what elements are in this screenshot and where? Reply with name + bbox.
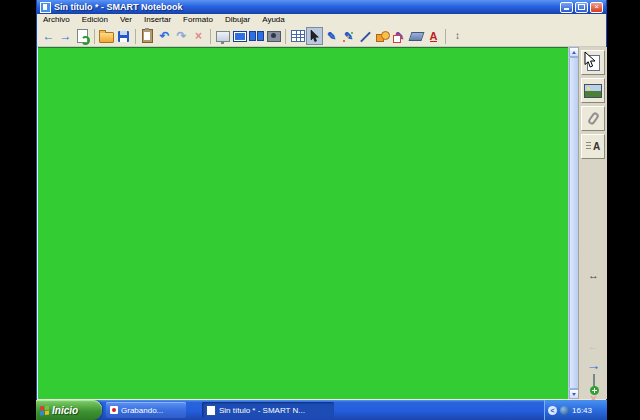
system-tray: < 16:43: [544, 400, 607, 420]
shapes-tool-button[interactable]: [374, 27, 391, 45]
close-button[interactable]: ×: [590, 2, 603, 13]
start-label: Inicio: [52, 405, 78, 416]
scroll-down-icon: [572, 393, 576, 396]
start-button[interactable]: Inicio: [36, 400, 102, 420]
taskbar-item-smart-notebook[interactable]: Sin título * - SMART N...: [202, 402, 334, 418]
pen-icon: ✎: [327, 31, 336, 42]
restore-button[interactable]: [575, 2, 588, 13]
back-button[interactable]: ←: [40, 27, 57, 45]
table-icon: [291, 30, 305, 42]
dual-display-icon: [249, 31, 264, 41]
taskbar-item-label: Sin título * - SMART N...: [219, 406, 305, 415]
add-page-button[interactable]: [579, 375, 608, 393]
select-cursor-icon: [310, 30, 319, 43]
menu-dibujar[interactable]: Dibujar: [219, 14, 256, 26]
menu-formato[interactable]: Formato: [177, 14, 219, 26]
taskbar-item-label: Grabando...: [121, 406, 163, 415]
save-button[interactable]: [115, 27, 132, 45]
open-folder-icon: [99, 32, 114, 43]
menu-ver[interactable]: Ver: [114, 14, 138, 26]
taskbar-item-grabando[interactable]: Grabando...: [106, 402, 186, 418]
magic-pen-icon: ✎: [395, 31, 404, 42]
forward-icon: →: [60, 30, 72, 42]
table-button[interactable]: [289, 27, 306, 45]
new-page-icon: [77, 29, 88, 43]
redo-icon: ↷: [176, 30, 186, 42]
window-title: Sin título * - SMART Notebook: [54, 2, 560, 12]
toolbar-separator: [445, 29, 446, 44]
hide-icons-chevron[interactable]: <: [548, 406, 557, 415]
toolbar-separator: [285, 29, 286, 44]
vertical-scrollbar[interactable]: [568, 47, 578, 399]
tray-app-icon[interactable]: [560, 406, 569, 415]
screen-capture-icon: [267, 31, 281, 42]
undo-icon: ↶: [159, 30, 169, 42]
recorder-icon: [110, 406, 118, 414]
new-page-button[interactable]: [74, 27, 91, 45]
side-tab-bar: A ↔ ← → ×: [578, 47, 607, 399]
gallery-icon: [584, 84, 602, 98]
menu-edicion[interactable]: Edición: [76, 14, 114, 26]
menubar: Archivo Edición Ver Insertar Formato Dib…: [37, 14, 606, 26]
scroll-up-icon: [572, 51, 576, 54]
add-page-icon: [593, 374, 595, 393]
smart-notebook-window: Sin título * - SMART Notebook × Archivo …: [36, 0, 607, 400]
fullscreen-button[interactable]: [231, 27, 248, 45]
minimize-icon: [564, 8, 569, 10]
back-icon: ←: [43, 30, 55, 42]
tab-gallery[interactable]: [581, 78, 605, 103]
screen-shade-button[interactable]: [214, 27, 231, 45]
forward-button[interactable]: →: [57, 27, 74, 45]
paste-icon: [142, 29, 153, 43]
minimize-button[interactable]: [560, 2, 573, 13]
open-button[interactable]: [98, 27, 115, 45]
screen-shade-icon: [216, 31, 230, 42]
tray-clock[interactable]: 16:43: [572, 406, 592, 415]
creative-pen-button[interactable]: ✎: [340, 27, 357, 45]
properties-icon: A: [586, 142, 600, 152]
move-toolbar-icon: ↕: [455, 31, 460, 41]
move-tabs-button[interactable]: ↔: [579, 269, 608, 281]
menu-insertar[interactable]: Insertar: [138, 14, 177, 26]
taskbar: Inicio Grabando... Sin título * - SMART …: [36, 400, 607, 420]
app-icon: [40, 2, 51, 13]
line-tool-button[interactable]: [357, 27, 374, 45]
text-tool-button[interactable]: A: [425, 27, 442, 45]
delete-icon: ×: [195, 30, 202, 42]
paste-button[interactable]: [139, 27, 156, 45]
toolbar-separator: [135, 29, 136, 44]
pen-tool-button[interactable]: ✎: [323, 27, 340, 45]
eraser-icon: [409, 32, 425, 41]
tab-properties[interactable]: A: [581, 134, 605, 159]
previous-page-button[interactable]: ←: [579, 339, 608, 353]
restore-icon: [578, 4, 585, 10]
menu-archivo[interactable]: Archivo: [37, 14, 76, 26]
tab-attachments[interactable]: [581, 106, 605, 131]
notebook-icon: [206, 405, 216, 416]
magic-pen-button[interactable]: ✎: [391, 27, 408, 45]
redo-button[interactable]: ↷: [173, 27, 190, 45]
window-controls: ×: [560, 2, 603, 13]
screen: Sin título * - SMART Notebook × Archivo …: [0, 0, 640, 420]
menu-ayuda[interactable]: Ayuda: [256, 14, 291, 26]
mouse-cursor: [584, 51, 597, 69]
toolbar-separator: [210, 29, 211, 44]
delete-button[interactable]: ×: [190, 27, 207, 45]
creative-pen-icon: ✎: [344, 31, 353, 42]
save-icon: [118, 31, 129, 42]
shapes-icon: [376, 31, 390, 42]
toolbar: ← → ↶ ↷ × ✎ ✎ ✎ A: [37, 26, 606, 47]
notebook-canvas[interactable]: [38, 47, 568, 399]
text-tool-icon: A: [430, 31, 438, 42]
undo-button[interactable]: ↶: [156, 27, 173, 45]
eraser-tool-button[interactable]: [408, 27, 425, 45]
move-toolbar-button[interactable]: ↕: [449, 27, 466, 45]
next-page-button[interactable]: →: [579, 357, 608, 373]
titlebar: Sin título * - SMART Notebook ×: [37, 0, 606, 14]
fullscreen-icon: [233, 31, 247, 42]
select-tool-button[interactable]: [306, 27, 323, 45]
paperclip-icon: [586, 111, 599, 126]
dual-display-button[interactable]: [248, 27, 265, 45]
windows-flag-icon: [40, 405, 49, 415]
screen-capture-button[interactable]: [265, 27, 282, 45]
